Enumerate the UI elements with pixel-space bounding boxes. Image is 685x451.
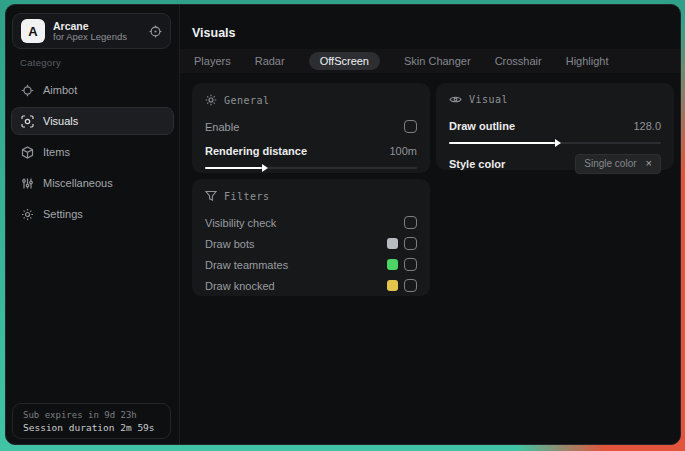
draw-knocked-label: Draw knocked: [205, 280, 275, 292]
visibility-check-row: Visibility check: [205, 212, 417, 233]
draw-bots-row: Draw bots: [205, 233, 417, 254]
panel-visual: Visual Draw outline 128.0 Style color Si…: [436, 83, 674, 170]
style-color-row: Style color Single color ×: [449, 153, 661, 174]
draw-knocked-row: Draw knocked: [205, 275, 417, 296]
main-area: Visuals Players Radar OffScreen Skin Cha…: [180, 5, 680, 444]
style-color-selected-option: Single color: [584, 158, 636, 169]
panel-title: Visual: [469, 94, 508, 105]
rendering-distance-slider[interactable]: [205, 163, 417, 173]
session-duration-text: Session duration 2m 59s: [23, 422, 160, 433]
tab-highlight[interactable]: Highlight: [566, 55, 609, 67]
style-color-select[interactable]: Single color ×: [575, 154, 661, 174]
enable-label: Enable: [205, 121, 239, 133]
app-subtitle: for Apex Legends: [53, 32, 141, 43]
draw-teammates-row: Draw teammates: [205, 254, 417, 275]
draw-teammates-checkbox[interactable]: [404, 258, 417, 271]
panel-title: Filters: [224, 191, 270, 202]
rendering-distance-value: 100m: [389, 145, 417, 157]
enable-row: Enable: [205, 116, 417, 137]
brand-card: A Arcane for Apex Legends: [12, 13, 171, 49]
draw-teammates-label: Draw teammates: [205, 259, 288, 271]
draw-outline-slider[interactable]: [449, 138, 661, 148]
sidebar-item-label: Items: [43, 146, 70, 158]
eye-icon: [449, 94, 462, 105]
visibility-check-checkbox[interactable]: [404, 216, 417, 229]
panel-general: General Enable Rendering distance 100m: [192, 83, 430, 173]
sun-icon: [205, 94, 217, 106]
tab-skin-changer[interactable]: Skin Changer: [404, 55, 471, 67]
sidebar-item-settings[interactable]: Settings: [11, 200, 174, 228]
category-label: Category: [20, 57, 179, 68]
draw-bots-color-swatch[interactable]: [387, 238, 398, 249]
draw-bots-label: Draw bots: [205, 238, 255, 250]
box-icon: [21, 146, 34, 159]
rendering-distance-row: Rendering distance 100m: [205, 140, 417, 161]
draw-teammates-color-swatch[interactable]: [387, 259, 398, 270]
app-name: Arcane: [53, 20, 141, 32]
sidebar-item-label: Aimbot: [43, 84, 77, 96]
app-logo: A: [21, 19, 45, 43]
tab-crosshair[interactable]: Crosshair: [495, 55, 542, 67]
crosshair-icon: [21, 84, 34, 97]
draw-outline-value: 128.0: [633, 120, 661, 132]
tab-offscreen[interactable]: OffScreen: [309, 52, 380, 70]
target-icon[interactable]: [149, 25, 162, 38]
sidebar-item-aimbot[interactable]: Aimbot: [11, 76, 174, 104]
subscription-card: Sub expires in 9d 23h Session duration 2…: [12, 403, 171, 439]
tab-bar: Players Radar OffScreen Skin Changer Cro…: [180, 49, 680, 73]
slider-fill: [449, 142, 555, 144]
visibility-check-label: Visibility check: [205, 217, 276, 229]
slider-fill: [205, 167, 262, 169]
sidebar-item-label: Visuals: [43, 115, 78, 127]
draw-knocked-checkbox[interactable]: [404, 279, 417, 292]
enable-checkbox[interactable]: [404, 120, 417, 133]
draw-outline-row: Draw outline 128.0: [449, 115, 661, 136]
sidebar-item-label: Miscellaneous: [43, 177, 113, 189]
draw-bots-checkbox[interactable]: [404, 237, 417, 250]
sidebar: A Arcane for Apex Legends Category: [6, 5, 180, 444]
app-window: A Arcane for Apex Legends Category: [5, 4, 681, 445]
sidebar-item-visuals[interactable]: Visuals: [11, 107, 174, 135]
draw-knocked-color-swatch[interactable]: [387, 280, 398, 291]
brand-text: Arcane for Apex Legends: [53, 20, 141, 43]
logo-letter: A: [28, 24, 37, 39]
panel-filters: Filters Visibility check Draw bots Draw …: [192, 179, 430, 296]
tab-radar[interactable]: Radar: [255, 55, 285, 67]
sliders-icon: [21, 177, 34, 190]
rendering-distance-label: Rendering distance: [205, 145, 307, 157]
panel-general-header: General: [205, 94, 417, 106]
panel-filters-header: Filters: [205, 190, 417, 202]
scan-eye-icon: [21, 115, 34, 128]
page-title: Visuals: [192, 26, 236, 40]
style-color-label: Style color: [449, 158, 505, 170]
sidebar-nav: Aimbot Visuals Items: [6, 76, 179, 228]
tab-players[interactable]: Players: [194, 55, 231, 67]
panel-title: General: [224, 95, 270, 106]
funnel-icon: [205, 190, 217, 202]
gear-icon: [21, 208, 34, 221]
sidebar-item-items[interactable]: Items: [11, 138, 174, 166]
sidebar-item-label: Settings: [43, 208, 83, 220]
sub-expires-text: Sub expires in 9d 23h: [23, 410, 160, 420]
sidebar-item-miscellaneous[interactable]: Miscellaneous: [11, 169, 174, 197]
draw-outline-label: Draw outline: [449, 120, 515, 132]
panel-visual-header: Visual: [449, 94, 661, 105]
close-icon[interactable]: ×: [646, 158, 652, 169]
